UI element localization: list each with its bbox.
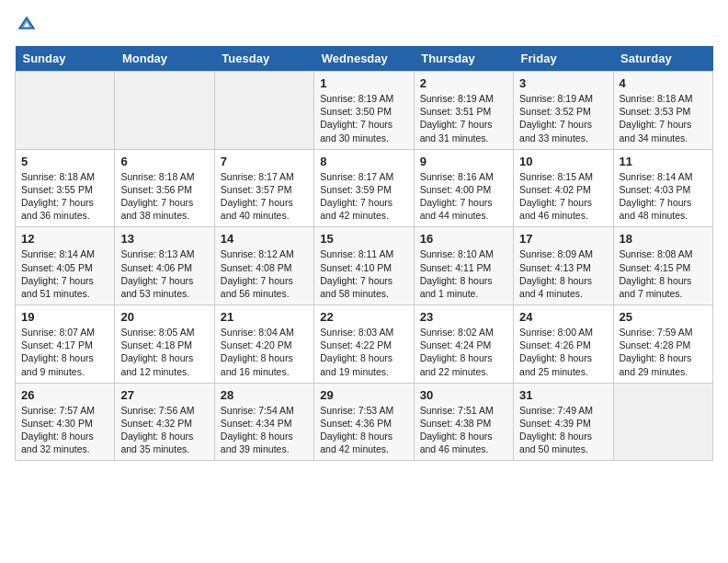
calendar-cell: 13Sunrise: 8:13 AMSunset: 4:06 PMDayligh…: [115, 227, 214, 305]
day-info: Daylight: 8 hours and 7 minutes.: [620, 274, 707, 300]
day-info: Sunrise: 8:17 AM: [221, 170, 308, 183]
day-info: Daylight: 8 hours and 35 minutes.: [120, 430, 208, 455]
day-number: 14: [221, 232, 308, 246]
day-info: Sunset: 3:55 PM: [21, 183, 108, 196]
day-info: Daylight: 7 hours and 56 minutes.: [221, 274, 308, 300]
day-info: Sunrise: 8:19 AM: [320, 92, 407, 105]
day-info: Daylight: 8 hours and 12 minutes.: [120, 351, 208, 377]
day-info: Sunset: 3:59 PM: [320, 183, 407, 196]
calendar-cell: 5Sunrise: 8:18 AMSunset: 3:55 PMDaylight…: [16, 149, 115, 227]
day-info: Sunset: 3:56 PM: [120, 183, 208, 196]
day-info: Sunrise: 8:00 AM: [519, 326, 607, 339]
weekday-header-tuesday: Tuesday: [214, 46, 313, 72]
calendar-cell: 23Sunrise: 8:02 AMSunset: 4:24 PMDayligh…: [414, 305, 513, 384]
calendar-cell: 28Sunrise: 7:54 AMSunset: 4:34 PMDayligh…: [214, 383, 313, 461]
day-number: 30: [420, 388, 507, 402]
calendar-table: SundayMondayTuesdayWednesdayThursdayFrid…: [15, 46, 713, 461]
calendar-cell: 15Sunrise: 8:11 AMSunset: 4:10 PMDayligh…: [314, 227, 414, 305]
calendar-cell: 6Sunrise: 8:18 AMSunset: 3:56 PMDaylight…: [115, 149, 214, 227]
day-number: 1: [320, 76, 407, 90]
day-info: Daylight: 7 hours and 48 minutes.: [620, 196, 707, 222]
day-info: Sunset: 4:18 PM: [120, 339, 208, 351]
day-number: 31: [519, 388, 607, 402]
day-info: Sunrise: 8:03 AM: [320, 326, 407, 339]
calendar-cell: 1Sunrise: 8:19 AMSunset: 3:50 PMDaylight…: [314, 72, 414, 150]
day-info: Sunset: 3:53 PM: [620, 105, 707, 118]
day-info: Sunset: 4:24 PM: [420, 339, 507, 351]
day-info: Daylight: 8 hours and 25 minutes.: [519, 351, 607, 377]
calendar-cell: 2Sunrise: 8:19 AMSunset: 3:51 PMDaylight…: [414, 72, 513, 150]
day-number: 9: [420, 155, 507, 168]
day-info: Daylight: 7 hours and 44 minutes.: [420, 196, 507, 222]
calendar-cell: 3Sunrise: 8:19 AMSunset: 3:52 PMDaylight…: [514, 72, 613, 150]
day-number: 25: [620, 310, 707, 324]
calendar-cell: 8Sunrise: 8:17 AMSunset: 3:59 PMDaylight…: [314, 149, 414, 227]
day-number: 3: [519, 76, 607, 90]
weekday-header-thursday: Thursday: [414, 46, 513, 72]
day-info: Sunrise: 8:02 AM: [420, 326, 507, 339]
day-info: Sunset: 3:51 PM: [420, 105, 507, 118]
day-info: Daylight: 8 hours and 16 minutes.: [221, 351, 308, 377]
day-info: Sunset: 4:22 PM: [320, 339, 407, 351]
day-info: Sunset: 4:28 PM: [620, 339, 707, 351]
day-info: Sunset: 4:34 PM: [221, 417, 308, 430]
day-info: Sunset: 4:03 PM: [620, 183, 707, 196]
day-info: Daylight: 8 hours and 46 minutes.: [420, 430, 507, 455]
day-number: 22: [320, 310, 407, 324]
day-info: Sunrise: 7:54 AM: [221, 404, 308, 417]
calendar-cell: 16Sunrise: 8:10 AMSunset: 4:11 PMDayligh…: [414, 227, 513, 305]
day-info: Sunrise: 8:18 AM: [21, 170, 108, 183]
day-info: Daylight: 7 hours and 33 minutes.: [519, 118, 607, 144]
day-number: 18: [620, 232, 707, 246]
day-number: 12: [21, 232, 108, 246]
day-info: Daylight: 8 hours and 4 minutes.: [519, 274, 607, 300]
day-info: Sunset: 4:08 PM: [221, 261, 308, 274]
calendar-cell: 26Sunrise: 7:57 AMSunset: 4:30 PMDayligh…: [16, 383, 115, 461]
day-info: Daylight: 7 hours and 34 minutes.: [620, 118, 707, 144]
day-info: Sunset: 4:00 PM: [420, 183, 507, 196]
day-info: Sunset: 3:57 PM: [221, 183, 308, 196]
day-info: Daylight: 8 hours and 1 minute.: [420, 274, 507, 300]
day-info: Sunrise: 8:19 AM: [420, 92, 507, 105]
day-info: Sunset: 4:36 PM: [320, 417, 407, 430]
weekday-header-monday: Monday: [115, 46, 214, 72]
day-number: 17: [519, 232, 607, 246]
day-info: Sunrise: 8:07 AM: [21, 326, 108, 339]
day-info: Daylight: 8 hours and 19 minutes.: [320, 351, 407, 377]
day-info: Sunrise: 8:18 AM: [120, 170, 208, 183]
day-info: Sunrise: 8:14 AM: [21, 247, 108, 260]
calendar-cell: 9Sunrise: 8:16 AMSunset: 4:00 PMDaylight…: [414, 149, 513, 227]
day-number: 5: [21, 155, 108, 168]
day-info: Sunrise: 8:19 AM: [519, 92, 607, 105]
day-info: Sunrise: 8:17 AM: [320, 170, 407, 183]
day-info: Sunrise: 8:15 AM: [519, 170, 607, 183]
day-info: Daylight: 7 hours and 58 minutes.: [320, 274, 407, 300]
day-info: Sunrise: 8:16 AM: [420, 170, 507, 183]
logo-icon: [17, 15, 37, 35]
calendar-cell: [214, 72, 313, 150]
day-number: 26: [21, 388, 108, 402]
day-number: 24: [519, 310, 607, 324]
day-info: Daylight: 8 hours and 9 minutes.: [21, 351, 108, 377]
weekday-header-saturday: Saturday: [613, 46, 712, 72]
day-info: Daylight: 8 hours and 42 minutes.: [320, 430, 407, 455]
day-info: Daylight: 8 hours and 22 minutes.: [420, 351, 507, 377]
calendar-cell: 22Sunrise: 8:03 AMSunset: 4:22 PMDayligh…: [314, 305, 414, 384]
day-info: Sunrise: 8:18 AM: [620, 92, 707, 105]
day-number: 20: [120, 310, 208, 324]
day-info: Sunset: 4:32 PM: [120, 417, 208, 430]
day-number: 29: [320, 388, 407, 402]
day-info: Daylight: 7 hours and 42 minutes.: [320, 196, 407, 222]
day-info: Sunset: 4:10 PM: [320, 261, 407, 274]
day-info: Sunrise: 7:59 AM: [620, 326, 707, 339]
calendar-cell: [613, 383, 712, 461]
day-info: Sunrise: 8:10 AM: [420, 247, 507, 260]
day-number: 19: [21, 310, 108, 324]
day-number: 8: [320, 155, 407, 168]
day-info: Daylight: 7 hours and 38 minutes.: [120, 196, 208, 222]
day-info: Sunset: 3:50 PM: [320, 105, 407, 118]
day-number: 13: [120, 232, 208, 246]
day-info: Sunrise: 7:56 AM: [120, 404, 208, 417]
logo: [15, 15, 37, 37]
calendar-cell: [16, 72, 115, 150]
